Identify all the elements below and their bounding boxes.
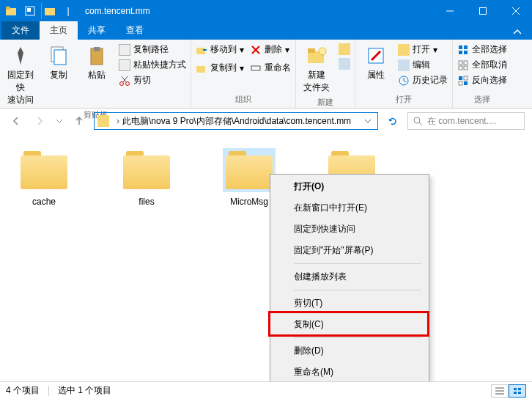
move-icon bbox=[196, 44, 207, 56]
tab-view[interactable]: 查看 bbox=[116, 21, 154, 40]
select-all-button[interactable]: 全部选择 bbox=[456, 43, 509, 56]
tab-home[interactable]: 主页 bbox=[40, 21, 78, 40]
folder-icon bbox=[223, 148, 276, 192]
context-menu: 打开(O)在新窗口中打开(E)固定到快速访问固定到"开始"屏幕(P)创建播放列表… bbox=[270, 174, 429, 399]
group-label: 组织 bbox=[194, 92, 292, 106]
view-toggle bbox=[491, 384, 526, 398]
ribbon: 固定到快 速访问 复制 粘贴 复制路径 粘贴快捷方式 剪切 剪贴板 移动到 ▾ … bbox=[0, 40, 532, 109]
svg-rect-45 bbox=[518, 388, 521, 390]
folder-item[interactable]: cache bbox=[7, 148, 81, 207]
menu-item[interactable]: 在新窗口中打开(E) bbox=[272, 197, 427, 219]
menu-item[interactable]: 剪切(T) bbox=[272, 293, 427, 314]
folder-icon bbox=[97, 115, 109, 127]
menu-separator bbox=[294, 337, 421, 338]
easy-access-button[interactable] bbox=[337, 57, 352, 70]
svg-rect-21 bbox=[251, 66, 260, 70]
chevron-down-icon: ▾ bbox=[240, 45, 244, 55]
details-view-button[interactable] bbox=[491, 384, 509, 398]
svg-rect-34 bbox=[464, 66, 468, 70]
rename-icon bbox=[250, 62, 262, 74]
delete-button[interactable]: 删除 ▾ bbox=[248, 43, 292, 56]
delete-icon bbox=[250, 44, 262, 56]
up-button[interactable] bbox=[70, 112, 88, 130]
recent-button[interactable] bbox=[54, 112, 64, 130]
selection-count: 选中 1 个项目 bbox=[58, 384, 111, 397]
menu-item[interactable]: 创建播放列表 bbox=[272, 266, 427, 288]
svg-rect-31 bbox=[459, 61, 462, 65]
qat-dropdown-button[interactable] bbox=[41, 3, 57, 19]
menu-item[interactable]: 复制(C) bbox=[272, 314, 427, 335]
copy-to-button[interactable]: 复制到 ▾ bbox=[194, 61, 245, 75]
address-input[interactable] bbox=[122, 116, 361, 126]
folder-label: MicroMsg bbox=[230, 197, 268, 207]
address-box[interactable]: › bbox=[94, 112, 378, 130]
svg-rect-23 bbox=[308, 48, 315, 53]
close-button[interactable] bbox=[499, 0, 532, 22]
refresh-button[interactable] bbox=[384, 112, 402, 130]
cut-button[interactable]: 剪切 bbox=[117, 73, 188, 87]
svg-point-24 bbox=[319, 48, 326, 55]
paste-icon bbox=[85, 44, 108, 67]
search-box[interactable]: 在 com.tencent.... bbox=[407, 112, 525, 130]
svg-rect-28 bbox=[464, 45, 468, 49]
svg-rect-36 bbox=[464, 81, 468, 85]
ribbon-tabs: 文件 主页 共享 查看 bbox=[0, 22, 532, 40]
forward-button[interactable] bbox=[31, 112, 48, 130]
status-bar: 4 个项目 选中 1 个项目 bbox=[0, 381, 532, 399]
svg-rect-27 bbox=[459, 45, 462, 49]
tab-share[interactable]: 共享 bbox=[78, 21, 116, 40]
back-button[interactable] bbox=[7, 112, 25, 130]
rename-button[interactable]: 重命名 bbox=[248, 61, 292, 75]
menu-item[interactable]: 重命名(M) bbox=[272, 362, 427, 383]
open-icon bbox=[398, 44, 410, 56]
tab-file[interactable]: 文件 bbox=[1, 21, 40, 40]
svg-rect-4 bbox=[45, 8, 55, 15]
svg-rect-37 bbox=[464, 76, 468, 80]
svg-line-40 bbox=[419, 122, 422, 125]
group-organize: 移动到 ▾ 复制到 ▾ 删除 ▾ 重命名 组织 bbox=[191, 40, 296, 108]
move-to-button[interactable]: 移动到 ▾ bbox=[194, 43, 245, 56]
folder-view[interactable]: cachefilesMicroMsg bbox=[0, 133, 532, 376]
new-folder-button[interactable]: 新建 文件夹 bbox=[299, 43, 334, 95]
shortcut-icon bbox=[119, 59, 130, 71]
copy-button[interactable]: 复制 bbox=[41, 43, 76, 83]
menu-item[interactable]: 固定到"开始"屏幕(P) bbox=[272, 240, 427, 261]
group-select: 全部选择 全部取消 反向选择 选择 bbox=[453, 40, 511, 108]
svg-rect-30 bbox=[464, 51, 468, 54]
paste-shortcut-button[interactable]: 粘贴快捷方式 bbox=[117, 58, 188, 72]
open-button[interactable]: 打开 ▾ bbox=[396, 43, 449, 56]
group-open: 属性 打开 ▾ 编辑 历史记录 打开 bbox=[355, 40, 453, 108]
divider-icon bbox=[48, 386, 49, 396]
minimize-button[interactable] bbox=[433, 0, 466, 22]
group-clipboard: 固定到快 速访问 复制 粘贴 复制路径 粘贴快捷方式 剪切 剪贴板 bbox=[0, 40, 191, 108]
history-icon bbox=[398, 75, 410, 87]
quick-access-toolbar: | bbox=[0, 3, 79, 19]
icons-view-button[interactable] bbox=[509, 384, 526, 398]
copy-path-button[interactable]: 复制路径 bbox=[117, 43, 188, 56]
address-dropdown-button[interactable] bbox=[361, 117, 374, 125]
svg-rect-6 bbox=[479, 8, 486, 15]
qat-properties-button[interactable] bbox=[22, 3, 38, 19]
pin-to-quick-access-button[interactable]: 固定到快 速访问 bbox=[3, 43, 38, 108]
svg-rect-33 bbox=[459, 66, 462, 70]
history-button[interactable]: 历史记录 bbox=[396, 73, 449, 87]
svg-rect-35 bbox=[459, 76, 462, 80]
collapse-ribbon-button[interactable] bbox=[509, 25, 526, 40]
invert-selection-button[interactable]: 反向选择 bbox=[456, 73, 509, 87]
copy-icon bbox=[47, 44, 70, 67]
maximize-button[interactable] bbox=[466, 0, 499, 22]
edit-button[interactable]: 编辑 bbox=[396, 58, 449, 72]
svg-rect-32 bbox=[464, 61, 468, 65]
menu-item[interactable]: 固定到快速访问 bbox=[272, 219, 427, 240]
edit-icon bbox=[398, 59, 410, 71]
new-item-button[interactable] bbox=[337, 43, 352, 56]
menu-item[interactable]: 打开(O) bbox=[272, 176, 427, 197]
select-none-button[interactable]: 全部取消 bbox=[456, 58, 509, 72]
folder-item[interactable]: files bbox=[110, 148, 183, 207]
search-icon bbox=[413, 116, 423, 126]
paste-button[interactable]: 粘贴 bbox=[79, 43, 114, 83]
item-count: 4 个项目 bbox=[6, 384, 40, 397]
properties-button[interactable]: 属性 bbox=[358, 43, 394, 83]
menu-item[interactable]: 删除(D) bbox=[272, 340, 427, 362]
group-label: 打开 bbox=[358, 92, 449, 106]
